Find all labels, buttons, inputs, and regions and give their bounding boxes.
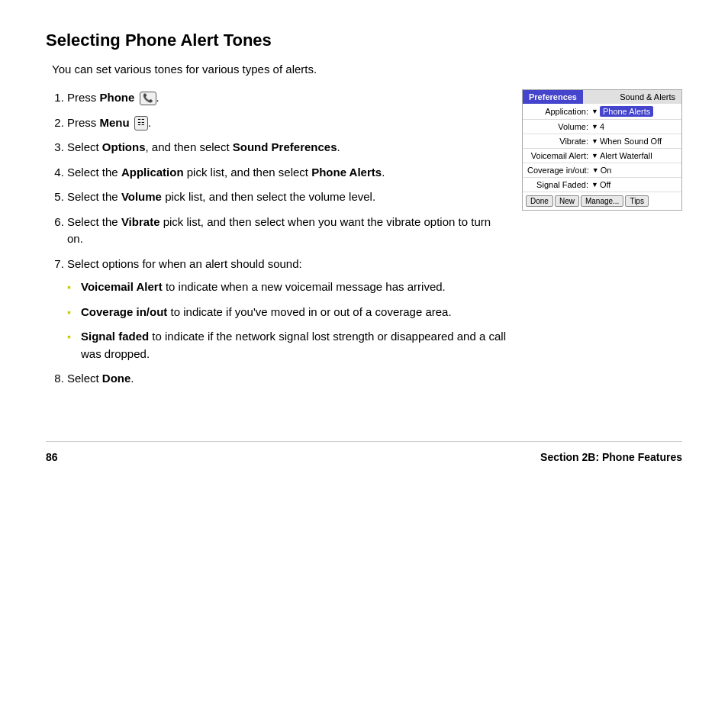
pref-row-vibrate: Vibrate: ▼ When Sound Off [523,134,681,149]
step-1: Press Phone 📞. [67,89,507,107]
new-button[interactable]: New [555,195,579,207]
footer-section: Section 2B: Phone Features [540,451,682,463]
step-6-bold: Vibrate [121,215,160,228]
content-area: Press Phone 📞. Press Menu ☷. Select Opti… [46,89,682,395]
menu-icon: ☷ [134,116,148,130]
dropdown-arrow-application: ▼ [591,108,598,115]
pref-application-value: Phone Alerts [600,106,653,117]
step-4-bold2: Phone Alerts [311,166,382,179]
pref-tab-active[interactable]: Preferences [523,90,583,104]
pref-buttons: Done New Manage... Tips [523,192,681,210]
pref-row-voicemail: Voicemail Alert: ▼ Alert Waterfall [523,149,681,163]
step-5: Select the Volume pick list, and then se… [67,188,507,206]
intro-text: You can set various tones for various ty… [52,63,682,76]
dropdown-arrow-coverage: ▼ [592,166,599,174]
pref-label-coverage: Coverage in/out: [527,166,589,175]
pref-coverage-value: On [601,166,612,175]
pref-value-volume[interactable]: ▼ 4 [591,122,604,131]
sub-list: Voicemail Alert to indicate when a new v… [67,279,507,362]
pref-value-application[interactable]: ▼ Phone Alerts [591,106,653,117]
pref-row-coverage: Coverage in/out: ▼ On [523,163,681,178]
page-title: Selecting Phone Alert Tones [46,31,682,50]
pref-row-signal: Signal Faded: ▼ Off [523,178,681,192]
pref-label-application: Application: [527,107,588,116]
pref-value-voicemail[interactable]: ▼ Alert Waterfall [591,151,652,160]
pref-voicemail-value: Alert Waterfall [600,151,652,160]
pref-header: Preferences Sound & Alerts [523,90,681,104]
step-2-bold: Menu [100,116,130,129]
step-8-bold: Done [102,372,131,385]
sub-item-coverage: Coverage in/out to indicate if you've mo… [67,304,507,321]
step-3-bold1: Options [102,140,146,153]
sidebar-panel: Preferences Sound & Alerts Application: … [522,89,682,211]
pref-tab-inactive[interactable]: Sound & Alerts [583,90,681,104]
pref-label-vibrate: Vibrate: [527,137,588,146]
pref-value-vibrate[interactable]: ▼ When Sound Off [591,137,662,146]
step-5-bold: Volume [121,190,162,203]
footer-page-number: 86 [46,451,58,463]
step-4-bold1: Application [121,166,184,179]
manage-button[interactable]: Manage... [581,195,623,207]
sub-item-coverage-bold: Coverage in/out [81,305,167,318]
pref-label-voicemail: Voicemail Alert: [527,151,588,160]
pref-label-signal: Signal Faded: [527,180,588,189]
step-4: Select the Application pick list, and th… [67,164,507,182]
step-6: Select the Vibrate pick list, and then s… [67,214,507,248]
preferences-panel: Preferences Sound & Alerts Application: … [522,89,682,211]
footer: 86 Section 2B: Phone Features [46,441,682,463]
pref-row-volume: Volume: ▼ 4 [523,120,681,134]
steps-column: Press Phone 📞. Press Menu ☷. Select Opti… [46,89,507,395]
pref-value-coverage[interactable]: ▼ On [592,166,612,175]
pref-value-signal[interactable]: ▼ Off [591,180,610,189]
step-8: Select Done. [67,370,507,388]
sub-item-voicemail-bold: Voicemail Alert [81,280,163,293]
dropdown-arrow-signal: ▼ [591,181,598,188]
step-1-bold: Phone [100,91,135,104]
tips-button[interactable]: Tips [625,195,649,207]
pref-label-volume: Volume: [527,122,588,131]
pref-vibrate-value: When Sound Off [600,137,662,146]
dropdown-arrow-voicemail: ▼ [591,152,598,159]
sub-item-signal: Signal faded to indicate if the network … [67,328,507,362]
steps-list: Press Phone 📞. Press Menu ☷. Select Opti… [46,89,507,388]
pref-volume-value: 4 [600,122,604,131]
sub-item-signal-bold: Signal faded [81,330,149,343]
sub-item-voicemail: Voicemail Alert to indicate when a new v… [67,279,507,296]
done-button[interactable]: Done [526,195,553,207]
dropdown-arrow-volume: ▼ [591,123,598,130]
pref-row-application: Application: ▼ Phone Alerts [523,104,681,120]
step-3: Select Options, and then select Sound Pr… [67,139,507,156]
phone-icon: 📞 [140,92,156,106]
step-3-bold2: Sound Preferences [233,140,337,153]
dropdown-arrow-vibrate: ▼ [591,137,598,145]
pref-signal-value: Off [600,180,610,189]
step-2: Press Menu ☷. [67,114,507,132]
step-7: Select options for when an alert should … [67,256,507,363]
